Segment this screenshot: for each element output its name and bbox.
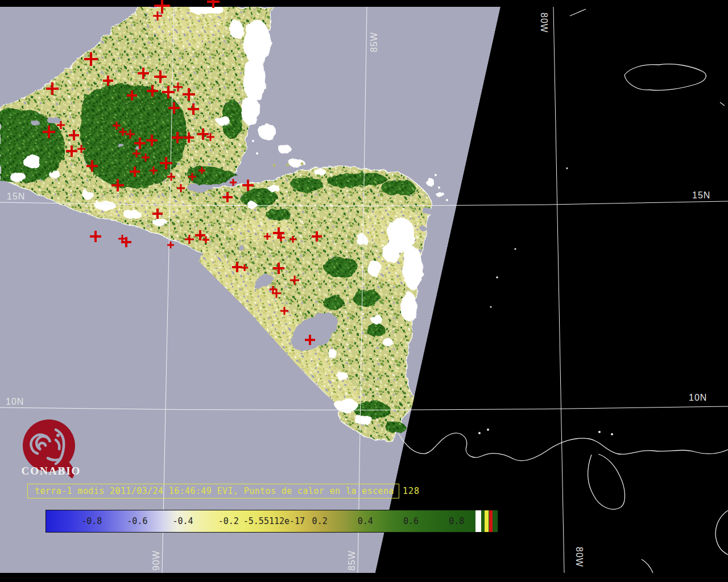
colorbar-tick-label: 0.6 — [403, 516, 419, 526]
hotspot-count: 128 — [403, 484, 420, 498]
colorbar-stripe — [489, 510, 493, 532]
grid-label: 10N — [6, 397, 24, 406]
grid-label: 80W — [539, 13, 549, 33]
annotation-text: terra-1 modis 2011/03/24 16:46:49 EVI, P… — [35, 484, 399, 498]
colorbar-tick-label: -0.6 — [127, 516, 147, 526]
grid-label: 90W — [151, 550, 161, 571]
colorbar-tick-label: -5.55112e-17 — [243, 516, 305, 526]
grid-label: 85W — [369, 32, 379, 52]
colorbar-tick-label: -0.2 — [218, 516, 239, 526]
colorbar-stripe — [485, 510, 489, 532]
top-bar — [0, 0, 728, 7]
colorbar-tick-label: -0.4 — [173, 516, 193, 526]
colorbar-tick-label: 0.8 — [449, 516, 464, 526]
grid-label: 10N — [689, 393, 707, 402]
colorbar-tick-label: 0.4 — [358, 516, 373, 526]
conabio-label: CONABIO — [15, 465, 87, 477]
colorbar-tick-label: 0.2 — [312, 516, 328, 526]
grid-label: 80W — [574, 547, 584, 567]
bottom-bar — [0, 573, 728, 582]
colorbar-tick-label: -0.8 — [81, 516, 102, 526]
grid-label: 85W — [347, 550, 357, 571]
evi-colorbar: -0.8-0.6-0.4-0.2-5.55112e-170.20.40.60.8 — [46, 510, 498, 533]
grid-label: 15N — [692, 190, 710, 200]
satellite-map-screen: 15N10N15N10N85W80W90W85W80W CONABIO terr… — [0, 0, 728, 582]
grid-label: 15N — [7, 192, 25, 201]
colorbar-stripe — [475, 510, 481, 532]
